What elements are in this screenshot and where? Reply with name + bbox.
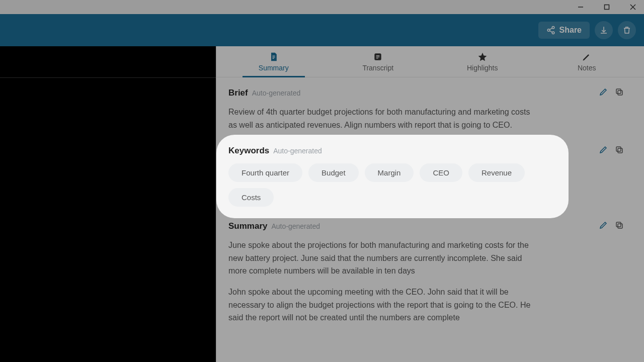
section-summary: Summary Auto-generated June spoke about …: [228, 221, 624, 324]
share-label: Share: [559, 26, 582, 35]
copy-icon: [615, 87, 624, 97]
copy-button[interactable]: [615, 87, 624, 99]
section-title: Summary: [228, 221, 267, 231]
svg-point-4: [552, 27, 554, 29]
section-header: Brief Auto-generated: [228, 87, 624, 99]
svg-rect-11: [616, 89, 621, 94]
copy-button[interactable]: [615, 145, 624, 156]
summary-icon: [269, 52, 279, 62]
summary-paragraph: June spoke about the projections for bot…: [228, 239, 535, 278]
svg-line-7: [549, 28, 552, 30]
svg-line-8: [549, 31, 552, 32]
section-actions: [599, 145, 624, 156]
download-button[interactable]: [595, 21, 613, 39]
download-icon: [599, 26, 608, 35]
section-body: June spoke about the projections for bot…: [228, 239, 535, 324]
app-window: Share Summary Transcript: [0, 0, 644, 362]
svg-rect-1: [605, 5, 609, 10]
tab-label: Highlights: [467, 64, 498, 72]
highlight-spotlight: [216, 135, 569, 218]
pencil-icon: [582, 52, 592, 62]
section-brief: Brief Auto-generated Review of 4th quart…: [228, 87, 624, 131]
svg-rect-10: [618, 90, 622, 95]
tab-label: Transcript: [362, 64, 393, 72]
tab-label: Summary: [259, 64, 289, 72]
section-body: Review of 4th quarter budget projections…: [228, 106, 535, 131]
edit-button[interactable]: [599, 145, 608, 156]
video-pane[interactable]: [0, 46, 216, 362]
window-close-button[interactable]: [626, 0, 640, 14]
trash-icon: [622, 26, 631, 35]
svg-point-5: [547, 29, 550, 32]
window-minimize-button[interactable]: [574, 0, 588, 14]
edit-button[interactable]: [599, 87, 608, 99]
tab-label: Notes: [578, 64, 596, 72]
copy-icon: [615, 221, 624, 230]
content-tabs: Summary Transcript Highlights Notes: [216, 46, 644, 77]
svg-rect-12: [618, 148, 622, 153]
window-maximize-button[interactable]: [600, 0, 614, 14]
section-title: Brief: [228, 88, 248, 98]
share-button[interactable]: Share: [538, 22, 590, 39]
section-actions: [599, 221, 624, 232]
brief-text: Review of 4th quarter budget projections…: [228, 106, 535, 131]
copy-button[interactable]: [615, 221, 624, 232]
copy-icon: [615, 145, 624, 154]
maximize-icon: [604, 4, 610, 10]
tab-transcript[interactable]: Transcript: [326, 46, 431, 77]
edit-icon: [599, 87, 608, 97]
video-timeline[interactable]: [0, 77, 216, 78]
svg-rect-14: [618, 224, 622, 228]
section-tag: Auto-generated: [271, 222, 320, 230]
edit-icon: [599, 221, 608, 230]
section-actions: [599, 87, 624, 99]
svg-rect-15: [616, 222, 621, 227]
minimize-icon: [578, 4, 584, 10]
section-tag: Auto-generated: [252, 89, 301, 97]
tab-summary[interactable]: Summary: [221, 46, 326, 77]
summary-paragraph: John spoke about the upcoming meeting wi…: [228, 286, 535, 324]
edit-button[interactable]: [599, 221, 608, 232]
delete-button[interactable]: [618, 21, 636, 39]
section-header: Summary Auto-generated: [228, 221, 624, 232]
star-icon: [477, 52, 488, 62]
close-icon: [630, 4, 636, 10]
app-toolbar: Share: [0, 14, 644, 46]
share-icon: [546, 26, 555, 35]
tab-highlights[interactable]: Highlights: [430, 46, 535, 77]
window-titlebar: [0, 0, 644, 14]
transcript-icon: [373, 52, 383, 62]
svg-rect-13: [616, 147, 621, 151]
edit-icon: [599, 145, 608, 154]
tab-notes[interactable]: Notes: [535, 46, 639, 77]
svg-point-6: [552, 32, 554, 34]
